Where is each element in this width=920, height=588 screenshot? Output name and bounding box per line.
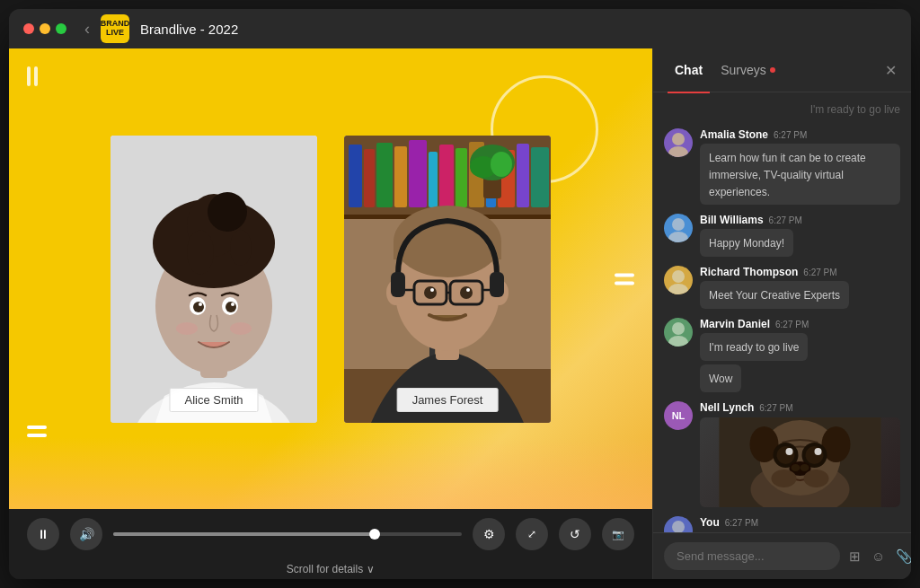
main-area: Alice Smith (9, 48, 911, 579)
message-meta: You 6:27 PM (700, 516, 900, 529)
message-content: Amalia Stone 6:27 PM Learn how fun it ca… (700, 128, 900, 205)
james-name-label: James Forest (397, 388, 499, 412)
svg-point-75 (777, 446, 795, 464)
message-text-extra: Wow (709, 373, 732, 385)
svg-point-11 (193, 302, 204, 312)
expand-button[interactable]: ⤢ (516, 518, 548, 550)
attachment-icon: 📎 (896, 549, 911, 564)
attach-button[interactable]: 📎 (894, 547, 911, 566)
message-bubble: Learn how fun it can be to create immers… (700, 144, 900, 205)
progress-thumb[interactable] (369, 529, 380, 540)
window-title: Brandlive - 2022 (140, 22, 238, 37)
message-sender: Nell Lynch (700, 401, 754, 414)
video-stage: Alice Smith (9, 48, 652, 509)
message-time: 6:27 PM (759, 403, 792, 413)
list-item: Bill Williams 6:27 PM Happy Monday! (664, 214, 900, 257)
brand-logo: BRANDLIVE (101, 14, 129, 43)
list-item: Richard Thompson 6:27 PM Meet Your Creat… (664, 266, 900, 309)
svg-point-66 (668, 336, 688, 347)
equals-right-icon (615, 273, 634, 285)
camera-icon: 📷 (612, 529, 624, 540)
avatar (664, 214, 693, 242)
close-chat-button[interactable]: ✕ (885, 62, 897, 79)
svg-point-77 (786, 448, 793, 455)
avatar (664, 128, 693, 157)
message-meta: Bill Williams 6:27 PM (700, 214, 900, 226)
controls-bar: ⏸ 🔊 ⚙ ⤢ ↺ 📷 (9, 509, 652, 559)
alice-name-label: Alice Smith (169, 388, 258, 412)
svg-point-81 (801, 464, 809, 471)
svg-point-54 (460, 286, 473, 299)
svg-point-13 (199, 303, 202, 306)
svg-point-6 (208, 192, 247, 232)
pause-overlay-icon (27, 66, 38, 86)
svg-point-14 (231, 303, 234, 306)
message-content: Nell Lynch 6:27 PM (700, 401, 900, 507)
svg-rect-45 (394, 241, 501, 259)
james-portrait (344, 136, 551, 423)
svg-point-61 (672, 218, 685, 231)
scroll-details-bar: Scroll for details ∨ (9, 559, 652, 579)
svg-rect-24 (429, 152, 438, 207)
svg-point-15 (176, 322, 198, 335)
svg-point-53 (424, 286, 437, 299)
scroll-details-text[interactable]: Scroll for details ∨ (287, 559, 375, 579)
svg-point-63 (672, 270, 685, 283)
svg-rect-57 (391, 272, 405, 297)
equals-left-icon (27, 426, 47, 437)
svg-point-7 (187, 230, 214, 275)
svg-rect-58 (490, 272, 504, 297)
image-icon: ⊞ (849, 549, 861, 564)
message-text: Happy Monday! (709, 237, 784, 250)
share-button[interactable]: ↺ (559, 518, 591, 550)
app-window: ‹ BRANDLIVE Brandlive - 2022 (9, 9, 911, 579)
list-item: NL Nell Lynch 6:27 PM (664, 401, 900, 507)
tab-surveys[interactable]: Surveys (713, 59, 783, 81)
emoji-button[interactable]: ☺ (870, 547, 887, 566)
avatar (664, 318, 693, 347)
tab-chat[interactable]: Chat (668, 59, 710, 81)
svg-point-12 (226, 302, 236, 312)
svg-point-80 (792, 464, 801, 471)
svg-point-64 (668, 284, 688, 294)
chat-input-area: ⊞ ☺ 📎 (653, 532, 911, 579)
message-bubble: I'm ready to go live (700, 333, 808, 361)
expand-icon: ⤢ (527, 528, 536, 540)
camera-button[interactable]: 📷 (602, 518, 634, 550)
minimize-button[interactable] (40, 23, 50, 34)
surveys-notification-dot (770, 67, 775, 73)
volume-button[interactable]: 🔊 (70, 518, 102, 550)
close-button[interactable] (23, 23, 34, 34)
chat-message-input[interactable] (664, 542, 840, 570)
svg-rect-31 (531, 147, 549, 207)
chat-header: Chat Surveys ✕ (653, 48, 911, 92)
chat-panel: Chat Surveys ✕ I'm ready to go live (652, 48, 911, 579)
maximize-button[interactable] (56, 23, 66, 34)
back-button[interactable]: ‹ (84, 20, 90, 39)
message-bubble: Happy Monday! (700, 229, 793, 257)
settings-button[interactable]: ⚙ (473, 518, 505, 550)
settings-icon: ⚙ (483, 527, 495, 541)
message-sender: Amalia Stone (700, 128, 768, 141)
message-meta: Richard Thompson 6:27 PM (700, 266, 900, 278)
svg-rect-20 (364, 149, 375, 207)
svg-point-16 (230, 322, 252, 335)
list-item: Marvin Daniel 6:27 PM I'm ready to go li… (664, 318, 900, 392)
svg-point-76 (806, 446, 824, 464)
volume-icon: 🔊 (79, 527, 94, 541)
svg-rect-21 (376, 143, 393, 207)
progress-bar[interactable] (113, 532, 462, 536)
svg-rect-25 (439, 145, 454, 207)
svg-point-84 (672, 521, 685, 532)
pug-dog-image (700, 417, 900, 507)
message-time: 6:27 PM (769, 215, 802, 225)
video-section: Alice Smith (9, 48, 652, 579)
chevron-down-icon: ∨ (367, 563, 375, 575)
play-pause-button[interactable]: ⏸ (27, 518, 59, 550)
message-time: 6:27 PM (725, 518, 758, 528)
send-image-button[interactable]: ⊞ (847, 547, 862, 566)
play-pause-icon: ⏸ (37, 527, 49, 541)
alice-portrait (111, 136, 317, 423)
message-content: Marvin Daniel 6:27 PM I'm ready to go li… (700, 318, 900, 392)
message-sender: You (700, 516, 720, 529)
